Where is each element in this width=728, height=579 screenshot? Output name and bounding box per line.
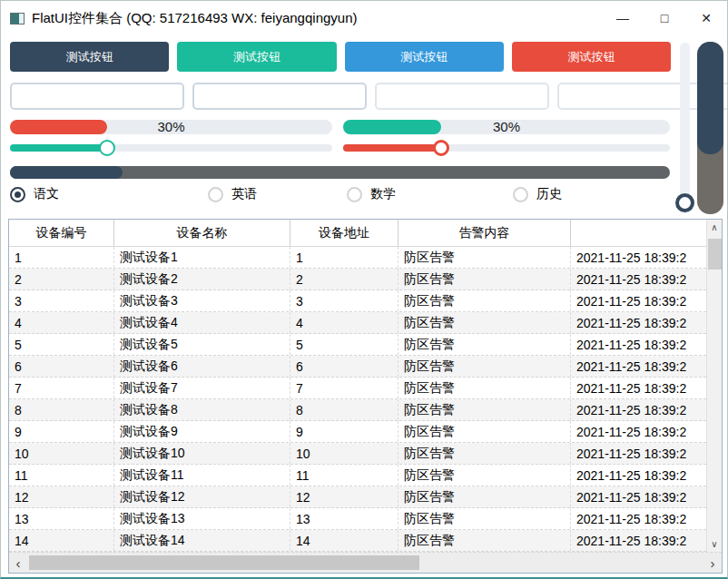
scroll-right-icon[interactable]: › xyxy=(703,553,722,573)
radio-unchecked-icon[interactable] xyxy=(208,187,223,202)
slider-red[interactable] xyxy=(343,139,670,157)
table-cell: 9 xyxy=(290,421,398,442)
close-button[interactable]: ✕ xyxy=(685,1,727,35)
table-cell: 防区告警 xyxy=(398,334,571,355)
table-row[interactable]: 10测试设备1010防区告警2021-11-25 18:39:2 xyxy=(9,443,706,465)
input-row xyxy=(10,83,671,110)
table-row[interactable]: 3测试设备33防区告警2021-11-25 18:39:2 xyxy=(9,290,706,312)
test-button-3[interactable]: 测试按钮 xyxy=(345,42,504,72)
slider-fill xyxy=(10,144,107,152)
radio-unchecked-icon[interactable] xyxy=(513,187,528,202)
table-cell: 2021-11-25 18:39:2 xyxy=(571,465,706,486)
scroll-up-icon[interactable]: ∧ xyxy=(707,220,722,235)
table-row[interactable]: 7测试设备77防区告警2021-11-25 18:39:2 xyxy=(9,378,706,399)
table-cell: 防区告警 xyxy=(398,312,571,333)
table-row[interactable]: 12测试设备1212防区告警2021-11-25 18:39:2 xyxy=(9,486,706,508)
table-cell: 3 xyxy=(290,290,398,311)
table-cell: 6 xyxy=(9,356,114,377)
maximize-button[interactable]: □ xyxy=(644,1,685,35)
app-window: FlatUI控件集合 (QQ: 517216493 WX: feiyangqin… xyxy=(0,0,728,579)
table-cell: 2021-11-25 18:39:2 xyxy=(571,530,706,551)
table-cell: 测试设备5 xyxy=(114,334,290,355)
slider-green[interactable] xyxy=(10,139,332,157)
slider-handle[interactable] xyxy=(99,140,115,156)
window-title: FlatUI控件集合 (QQ: 517216493 WX: feiyangqin… xyxy=(32,10,358,27)
table-row[interactable]: 4测试设备44防区告警2021-11-25 18:39:2 xyxy=(9,312,706,334)
table-row[interactable]: 6测试设备66防区告警2021-11-25 18:39:2 xyxy=(9,356,706,378)
table-row[interactable]: 2测试设备22防区告警2021-11-25 18:39:2 xyxy=(9,269,706,290)
horizontal-scroll-thumb[interactable] xyxy=(29,555,419,570)
text-input-1[interactable] xyxy=(10,83,184,110)
table-header: 设备编号设备名称设备地址告警内容 xyxy=(9,220,706,247)
column-header-5[interactable] xyxy=(571,220,706,246)
table-cell: 2 xyxy=(290,269,398,290)
table-row[interactable]: 11测试设备1111防区告警2021-11-25 18:39:2 xyxy=(9,465,706,486)
table-row[interactable]: 8测试设备88防区告警2021-11-25 18:39:2 xyxy=(9,399,706,421)
table-row[interactable]: 14测试设备1414防区告警2021-11-25 18:39:2 xyxy=(9,530,706,552)
table-cell: 2 xyxy=(9,269,114,290)
test-button-1[interactable]: 测试按钮 xyxy=(10,42,169,72)
radio-group: 语文英语数学历史 xyxy=(1,186,727,210)
table-cell: 6 xyxy=(290,356,398,377)
radio-option-2[interactable]: 英语 xyxy=(208,186,257,202)
table-cell: 1 xyxy=(290,247,398,268)
table-cell: 11 xyxy=(9,465,114,486)
table-cell: 14 xyxy=(290,530,398,551)
table-row[interactable]: 1测试设备11防区告警2021-11-25 18:39:2 xyxy=(9,247,706,269)
table-row[interactable]: 9测试设备99防区告警2021-11-25 18:39:2 xyxy=(9,421,706,443)
radio-unchecked-icon[interactable] xyxy=(347,187,362,202)
table-cell: 8 xyxy=(290,399,398,420)
table-cell: 8 xyxy=(9,399,114,420)
table-cell: 测试设备11 xyxy=(114,465,290,486)
table-cell: 测试设备2 xyxy=(114,269,290,290)
column-header-4[interactable]: 告警内容 xyxy=(398,220,571,246)
scroll-down-icon[interactable]: ∨ xyxy=(707,536,722,552)
table-horizontal-scrollbar[interactable]: ‹ › xyxy=(9,552,722,573)
table-vertical-scrollbar[interactable]: ∧ ∨ xyxy=(706,220,722,552)
radio-label: 数学 xyxy=(370,186,396,202)
radio-option-3[interactable]: 数学 xyxy=(347,186,396,202)
table-cell: 2021-11-25 18:39:2 xyxy=(571,290,706,311)
column-header-3[interactable]: 设备地址 xyxy=(290,220,398,246)
column-header-2[interactable]: 设备名称 xyxy=(114,220,290,246)
table-cell: 12 xyxy=(9,486,114,507)
table-cell: 5 xyxy=(9,334,114,355)
table-cell: 2021-11-25 18:39:2 xyxy=(571,399,706,420)
table-cell: 防区告警 xyxy=(398,465,571,486)
slider-handle[interactable] xyxy=(433,140,449,156)
progress-bar-green: 30% xyxy=(343,120,670,134)
app-icon xyxy=(10,13,25,25)
table-cell: 2021-11-25 18:39:2 xyxy=(571,356,706,377)
radio-checked-icon[interactable] xyxy=(10,187,25,202)
vertical-progress-fill xyxy=(697,42,723,154)
radio-option-1[interactable]: 语文 xyxy=(10,186,59,202)
table-cell: 4 xyxy=(290,312,398,333)
test-button-4[interactable]: 测试按钮 xyxy=(512,42,671,72)
button-row: 测试按钮测试按钮测试按钮测试按钮 xyxy=(10,42,671,72)
table-cell: 测试设备12 xyxy=(114,486,290,507)
table-cell: 防区告警 xyxy=(398,269,571,290)
device-table: 设备编号设备名称设备地址告警内容 1测试设备11防区告警2021-11-25 1… xyxy=(8,219,723,574)
window-controls: — □ ✕ xyxy=(602,1,727,35)
table-cell: 测试设备7 xyxy=(114,378,290,398)
radio-option-4[interactable]: 历史 xyxy=(513,186,562,202)
table-cell: 测试设备3 xyxy=(114,290,290,311)
vertical-scroll-thumb[interactable] xyxy=(708,239,722,270)
table-cell: 2021-11-25 18:39:2 xyxy=(571,508,706,529)
scroll-left-icon[interactable]: ‹ xyxy=(9,553,27,573)
table-cell: 防区告警 xyxy=(398,399,571,420)
table-cell: 10 xyxy=(290,443,398,464)
column-header-1[interactable]: 设备编号 xyxy=(9,220,114,246)
table-row[interactable]: 5测试设备55防区告警2021-11-25 18:39:2 xyxy=(9,334,706,356)
text-input-2[interactable] xyxy=(192,83,367,110)
minimize-button[interactable]: — xyxy=(602,1,644,35)
table-cell: 5 xyxy=(290,334,398,355)
text-input-3[interactable] xyxy=(375,83,549,110)
table-cell: 9 xyxy=(9,421,114,442)
test-button-2[interactable]: 测试按钮 xyxy=(177,42,336,72)
table-cell: 2021-11-25 18:39:2 xyxy=(571,312,706,333)
radio-label: 语文 xyxy=(34,186,59,202)
table-row[interactable]: 13测试设备1313防区告警2021-11-25 18:39:2 xyxy=(9,508,706,530)
table-cell: 4 xyxy=(9,312,114,333)
table-cell: 测试设备4 xyxy=(114,312,290,333)
